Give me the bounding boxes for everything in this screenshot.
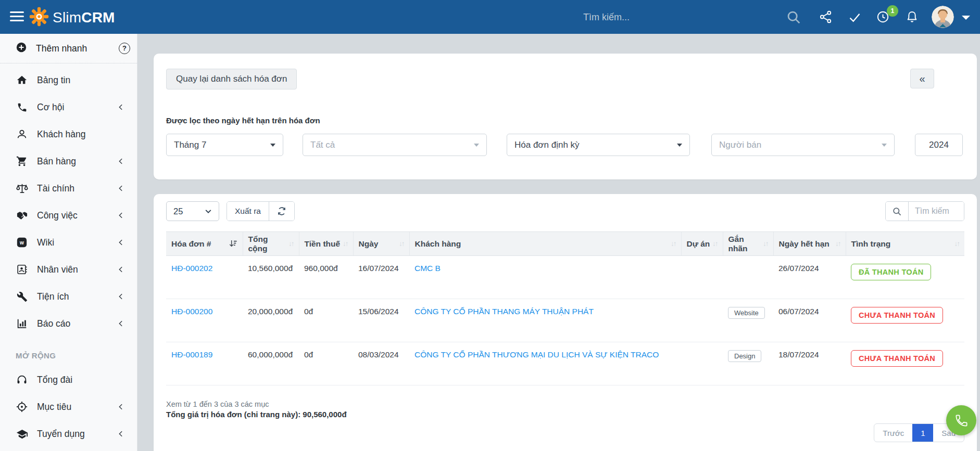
date-cell: 16/07/2024 [353, 256, 409, 299]
table-row: HĐ-000189 60,000,000đ 0đ 08/03/2024 CÔNG… [166, 342, 964, 385]
sort-icon: ↓↑ [671, 240, 676, 248]
hamburger-menu-icon[interactable] [10, 11, 24, 23]
page-size-select[interactable]: 25 [166, 201, 219, 221]
brand-logo[interactable]: SlimCRM [29, 7, 115, 29]
export-button-group: Xuất ra [227, 201, 295, 221]
date-cell: 15/06/2024 [353, 299, 409, 342]
global-search-input[interactable] [583, 8, 781, 27]
filter-row: Tháng 7 Tất cả Hóa đơn định kỳ Người bán… [154, 134, 977, 156]
customer-link[interactable]: CMC B [414, 264, 441, 273]
sort-icon: ↓↑ [712, 240, 718, 248]
sidebar-item-nhan-vien[interactable]: Nhân viên [0, 256, 137, 283]
sidebar-item-tuyen-dung[interactable]: Tuyển dụng [0, 420, 137, 447]
customer-link[interactable]: CÔNG TY CỔ PHẦN THƯƠNG MẠI DU LỊCH VÀ SỰ… [414, 350, 659, 359]
share-icon[interactable] [819, 10, 833, 24]
project-cell [681, 299, 723, 342]
column-header-invoice[interactable]: Hóa đơn # [166, 232, 243, 256]
sidebar-item-tong-dai[interactable]: Tổng đài [0, 366, 137, 393]
quick-add-label: Thêm nhanh [36, 43, 87, 54]
sort-icon: ↓↑ [763, 240, 768, 248]
user-avatar[interactable] [932, 6, 954, 28]
collapse-button[interactable]: « [910, 69, 934, 88]
sidebar-item-cong-viec[interactable]: Công việc [0, 202, 137, 229]
column-header-total[interactable]: Tổng cộng↓↑ [243, 232, 299, 256]
status-filter-select[interactable]: Tất cả [303, 134, 487, 156]
invoice-link[interactable]: HĐ-000200 [171, 307, 212, 316]
tasks-check-icon[interactable] [848, 10, 862, 24]
chevron-down-icon [474, 144, 479, 147]
filter-caption: Được lọc theo ngày hết hạn trên hóa đơn [166, 116, 320, 125]
chevron-left-icon [117, 320, 124, 329]
sort-icon: ↓↑ [835, 240, 840, 248]
month-select[interactable]: Tháng 7 [166, 134, 283, 156]
chevron-down-icon [270, 144, 275, 147]
sidebar-item-tai-chinh[interactable]: Tài chính [0, 175, 137, 202]
home-icon [16, 74, 28, 86]
column-header-tax[interactable]: Tiền thuế↓↑ [299, 232, 353, 256]
chevron-left-icon [117, 239, 124, 248]
project-cell [681, 256, 723, 299]
customer-link[interactable]: CÔNG TY CỔ PHẦN THANG MÁY THUẬN PHÁT [414, 307, 594, 316]
bell-icon[interactable] [905, 10, 919, 24]
export-button[interactable]: Xuất ra [227, 202, 269, 221]
sidebar-item-bang-tin[interactable]: Bảng tin [0, 67, 137, 94]
status-badge: CHƯA THANH TOÁN [851, 350, 943, 367]
table-search-button[interactable] [886, 202, 909, 221]
invoice-type-select[interactable]: Hóa đơn định kỳ [507, 134, 690, 156]
due-date-cell: 06/07/2024 [773, 299, 846, 342]
showing-entries-text: Xem từ 1 đến 3 của 3 các mục [166, 400, 964, 408]
id-card-icon [16, 264, 28, 275]
call-floating-button[interactable] [946, 405, 976, 435]
headset-icon [16, 374, 28, 385]
invoice-table-card: 25 Xuất ra Hóa đơn # [154, 194, 977, 451]
sidebar-item-khach-hang[interactable]: Khách hàng [0, 121, 137, 148]
search-icon[interactable] [786, 9, 800, 23]
handshake-icon [16, 210, 28, 222]
status-badge: ĐÃ THANH TOÁN [851, 264, 931, 280]
column-header-due-date[interactable]: Ngày hết hạn↓↑ [773, 232, 846, 256]
refresh-button[interactable] [269, 202, 294, 221]
chevron-left-icon [117, 403, 124, 413]
sidebar-item-muc-tieu[interactable]: Mục tiêu [0, 393, 137, 420]
column-header-project[interactable]: Dự án↓↑ [681, 232, 723, 256]
sidebar-quick-add[interactable]: Thêm nhanh ? [0, 34, 137, 63]
search-icon [892, 207, 902, 216]
tax-cell: 0đ [299, 342, 353, 385]
seller-select[interactable]: Người bán [711, 134, 895, 156]
table-header-row: Hóa đơn # Tổng cộng↓↑ Tiền thuế↓↑ Ngày↓↑… [166, 232, 964, 256]
invoice-link[interactable]: HĐ-000202 [171, 264, 212, 273]
refresh-icon [277, 207, 286, 216]
table-search-group [885, 201, 964, 221]
table-toolbar: 25 Xuất ra [166, 201, 964, 221]
column-header-tag[interactable]: Gắn nhãn↓↑ [723, 232, 773, 256]
column-header-customer[interactable]: Khách hàng↓↑ [409, 232, 681, 256]
chevron-left-icon [117, 185, 124, 194]
sidebar-item-co-hoi[interactable]: Cơ hội [0, 94, 137, 121]
column-header-date[interactable]: Ngày↓↑ [353, 232, 409, 256]
sidebar-item-wiki[interactable]: w Wiki [0, 229, 137, 256]
pagination-prev[interactable]: Trước [874, 424, 912, 442]
invoice-link[interactable]: HĐ-000189 [171, 350, 212, 359]
back-to-invoice-list-button[interactable]: Quay lại danh sách hóa đơn [166, 69, 297, 89]
table-search-input[interactable] [909, 202, 964, 221]
sort-desc-icon [229, 239, 237, 248]
sidebar-item-tien-ich[interactable]: Tiện ích [0, 283, 137, 310]
chevron-down-icon [677, 144, 682, 147]
help-icon[interactable]: ? [119, 43, 130, 54]
scales-icon [16, 183, 28, 195]
pagination-page-1[interactable]: 1 [912, 424, 933, 442]
sidebar-item-ban-hang[interactable]: Bán hàng [0, 148, 137, 175]
chevron-down-icon[interactable] [962, 16, 970, 20]
sidebar-item-bao-cao[interactable]: Báo cáo [0, 310, 137, 337]
target-icon [16, 401, 28, 413]
column-header-status[interactable]: Tình trạng↓↑ [846, 232, 964, 256]
chevron-down-icon [205, 208, 212, 215]
gear-logo-icon [29, 7, 49, 29]
wrench-icon [16, 291, 28, 302]
total-cell: 20,000,000đ [243, 299, 299, 342]
sort-icon: ↓↑ [288, 240, 294, 248]
plus-circle-icon [16, 42, 27, 55]
sidebar: Thêm nhanh ? Bảng tin Cơ hội Khách hàng … [0, 34, 137, 451]
year-input[interactable]: 2024 [915, 134, 963, 156]
status-badge: CHƯA THANH TOÁN [851, 307, 943, 324]
